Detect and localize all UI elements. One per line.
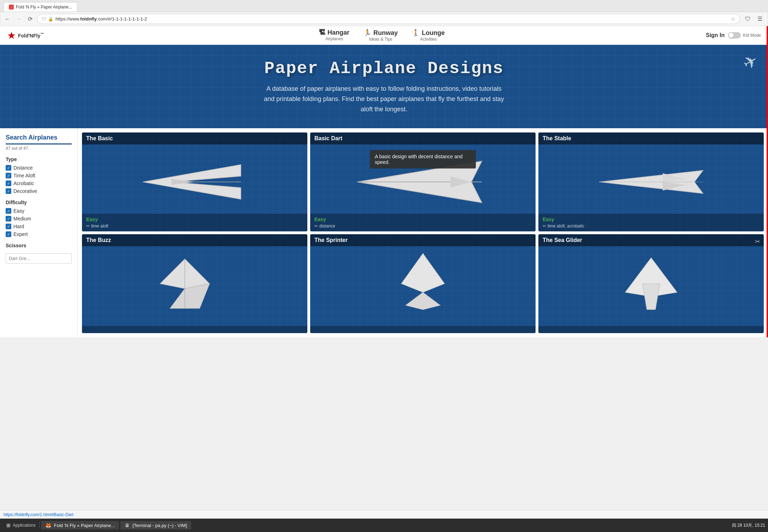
card-footer-basic: Easy ✂ time aloft [82, 214, 307, 231]
nav-hangar-sub: Airplanes [325, 36, 343, 41]
airplane-card-stable[interactable]: The Stable Easy ✂ time aloft, acrobatic [538, 132, 764, 231]
bookmark-star-icon[interactable]: ☆ [731, 16, 735, 22]
nav-runway-sub: Ideas & Tips [369, 37, 392, 42]
expert-checkbox[interactable]: ✓ [6, 231, 11, 237]
acrobatic-checkbox[interactable]: ✓ [6, 181, 11, 186]
plane-svg-sprinter [333, 249, 513, 318]
card-footer-dart: Easy ✂ distance [310, 214, 536, 231]
card-difficulty-dart: Easy [314, 217, 531, 222]
card-title-buzz: The Buzz [82, 234, 307, 246]
svg-marker-13 [401, 254, 445, 292]
tab-favicon [9, 5, 14, 10]
filter-expert[interactable]: ✓ Expert [6, 231, 72, 237]
hero-title: Paper Airplane Designs [7, 59, 761, 78]
sign-in-button[interactable]: Sign In [706, 32, 725, 39]
shield-icon: 🛡 [42, 17, 46, 22]
plane-svg-basic [105, 147, 285, 217]
card-image-buzz [82, 234, 307, 333]
svg-marker-11 [170, 284, 209, 308]
svg-marker-16 [642, 284, 660, 310]
scissors-section: Scissors [6, 243, 72, 264]
plane-svg-seaglider [561, 249, 741, 318]
filter-easy[interactable]: ✓ Easy [6, 208, 72, 214]
tag-icon: ✂ [543, 224, 546, 229]
forward-button[interactable]: → [14, 15, 23, 23]
filter-distance-label: Distance [13, 165, 33, 171]
type-filter-section: Type ✓ Distance ✓ Time Aloft ✓ Acrobatic… [6, 156, 72, 194]
menu-icon[interactable]: ☰ [755, 14, 765, 24]
card-title-seaglider: The Sea Glider [538, 234, 764, 246]
nav-runway[interactable]: 🏃 Runway Ideas & Tips [364, 29, 398, 42]
difficulty-filter-section: Difficulty ✓ Easy ✓ Medium ✓ Hard ✓ Expe… [6, 200, 72, 237]
page-wrapper: ★ Fold'NFly™ 🏗 Hangar Airplanes 🏃 Runway [0, 26, 768, 337]
card-title-basic: The Basic [82, 132, 307, 144]
airplane-grid: The Basic Easy ✂ time aloft [78, 128, 768, 337]
airplane-card-dart[interactable]: Basic Dart A basic design with decent di… [310, 132, 536, 231]
shield-icon-toolbar[interactable]: 🛡 [743, 14, 753, 24]
easy-checkbox[interactable]: ✓ [6, 208, 11, 214]
filter-hard[interactable]: ✓ Hard [6, 224, 72, 229]
filter-decorative-label: Decorative [13, 188, 37, 194]
filter-acrobatic[interactable]: ✓ Acrobatic [6, 181, 72, 186]
filter-distance[interactable]: ✓ Distance [6, 165, 72, 171]
browser-tab[interactable]: Fold 'N Fly » Paper Airplane... [4, 2, 77, 12]
medium-checkbox[interactable]: ✓ [6, 216, 11, 221]
nav-hangar-label: Hangar [327, 29, 349, 36]
url-prefix: https://www. [55, 16, 80, 22]
filter-time-aloft[interactable]: ✓ Time Aloft [6, 173, 72, 178]
svg-marker-14 [406, 292, 440, 310]
filter-acrobatic-label: Acrobatic [13, 181, 34, 186]
filter-hard-label: Hard [13, 224, 24, 229]
lock-icon: 🔒 [48, 17, 53, 22]
url-domain: foldnfly [80, 16, 97, 22]
airplane-card-buzz[interactable]: The Buzz [82, 234, 307, 333]
decorative-checkbox[interactable]: ✓ [6, 188, 11, 194]
kid-mode-area: Kid Mode [728, 32, 761, 39]
sidebar-count: 47 out of 47. [6, 146, 72, 151]
tag-icon: ✂ [86, 224, 90, 229]
card-image-sprinter [310, 234, 536, 333]
card-title-sprinter: The Sprinter [310, 234, 536, 246]
reload-button[interactable]: ⟳ [26, 15, 34, 23]
header-right: Sign In Kid Mode [706, 32, 761, 39]
red-bar [767, 26, 768, 337]
scissors-icon: ✂ [755, 238, 760, 246]
address-bar[interactable]: 🛡 🔒 https://www.foldnfly.com/#/1-1-1-1-1… [37, 14, 740, 24]
site-header: ★ Fold'NFly™ 🏗 Hangar Airplanes 🏃 Runway [0, 26, 768, 45]
card-tags-dart: ✂ distance [314, 224, 531, 229]
logo-area[interactable]: ★ Fold'NFly™ [7, 30, 44, 41]
airplane-card-seaglider[interactable]: The Sea Glider ✂ [538, 234, 764, 333]
distance-checkbox[interactable]: ✓ [6, 165, 11, 171]
filter-medium[interactable]: ✓ Medium [6, 216, 72, 221]
plane-svg-buzz [105, 249, 285, 318]
nav-lounge[interactable]: 🚶 Lounge Activities [412, 29, 445, 42]
airplane-card-sprinter[interactable]: The Sprinter [310, 234, 536, 333]
type-filter-title: Type [6, 156, 72, 162]
main-content: Search Airplanes 47 out of 47. Type ✓ Di… [0, 128, 768, 337]
url-suffix: .com/#/1-1-1-1-1-1-1-1-2 [97, 16, 147, 22]
card-difficulty-basic: Easy [86, 217, 303, 222]
hard-checkbox[interactable]: ✓ [6, 224, 11, 229]
filter-medium-label: Medium [13, 216, 31, 221]
scissors-input[interactable] [6, 253, 72, 264]
filter-decorative[interactable]: ✓ Decorative [6, 188, 72, 194]
nav-lounge-sub: Activities [420, 37, 437, 42]
filter-time-aloft-label: Time Aloft [13, 173, 35, 178]
difficulty-filter-title: Difficulty [6, 200, 72, 205]
airplane-card-basic[interactable]: The Basic Easy ✂ time aloft [82, 132, 307, 231]
kid-mode-toggle[interactable] [728, 32, 741, 39]
browser-toolbar: ← → ⟳ 🛡 🔒 https://www.foldnfly.com/#/1-1… [0, 12, 768, 26]
card-image-seaglider [538, 234, 764, 333]
sidebar: Search Airplanes 47 out of 47. Type ✓ Di… [0, 128, 78, 337]
toggle-knob [729, 33, 734, 38]
time-aloft-checkbox[interactable]: ✓ [6, 173, 11, 178]
nav-hangar[interactable]: 🏗 Hangar Airplanes [319, 29, 349, 42]
url-text: https://www.foldnfly.com/#/1-1-1-1-1-1-1… [55, 16, 728, 22]
logo-star-icon: ★ [7, 30, 16, 41]
back-button[interactable]: ← [3, 15, 12, 23]
runway-icon: 🏃 [364, 29, 371, 37]
filter-expert-label: Expert [13, 231, 28, 237]
card-footer-buzz [82, 326, 307, 333]
card-tags-stable: ✂ time aloft, acrobatic [543, 224, 760, 229]
lounge-icon: 🚶 [412, 29, 420, 37]
